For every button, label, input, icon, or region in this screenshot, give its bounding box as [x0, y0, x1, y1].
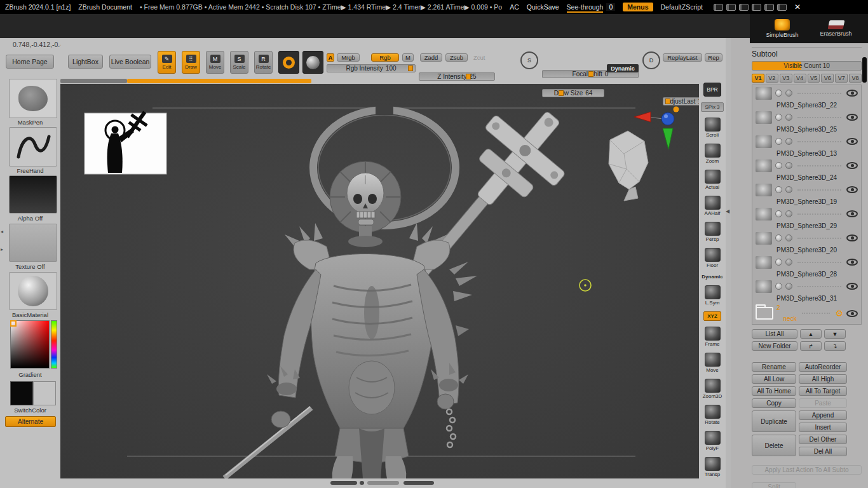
- polypaint-toggle-icon[interactable]: [775, 114, 782, 121]
- polypaint-toggle-icon[interactable]: [775, 259, 782, 266]
- uv-toggle-icon[interactable]: [785, 138, 792, 145]
- visible-count-slider[interactable]: Visible Count 10: [752, 61, 862, 71]
- sliders-icon[interactable]: [726, 4, 736, 11]
- menu-item[interactable]: [86, 14, 97, 15]
- visibility-tab[interactable]: V7: [835, 74, 848, 83]
- h-scrollbar-thumb[interactable]: [367, 481, 399, 485]
- simple-brush-item[interactable]: SimpleBrush: [766, 19, 798, 38]
- mode-button[interactable]: S Scale: [230, 51, 248, 74]
- slider-thumb[interactable]: [559, 90, 564, 96]
- panel-scrollbar[interactable]: [862, 57, 867, 83]
- alpha-slot[interactable]: [9, 175, 57, 214]
- material-thumbnail[interactable]: [9, 272, 57, 310]
- menu-item[interactable]: [25, 14, 36, 15]
- alternate-button[interactable]: Alternate: [5, 416, 56, 427]
- list-all-button[interactable]: List All: [752, 329, 797, 339]
- stroke-circle-icon[interactable]: S: [520, 51, 538, 69]
- shelf-tool[interactable]: Zoom: [705, 144, 721, 164]
- visibility-tab[interactable]: V2: [766, 74, 778, 83]
- eye-icon[interactable]: [846, 90, 858, 97]
- menu-item[interactable]: [107, 14, 117, 15]
- menu-item[interactable]: [97, 14, 107, 15]
- rep-button[interactable]: Rep: [705, 53, 722, 62]
- menu-item[interactable]: [127, 14, 137, 15]
- hue-strip[interactable]: [51, 320, 57, 369]
- eye-icon[interactable]: [846, 210, 858, 217]
- append-button[interactable]: Append: [799, 410, 847, 420]
- uv-toggle-icon[interactable]: [785, 162, 792, 169]
- rename-button[interactable]: Rename: [752, 362, 796, 372]
- menu-item[interactable]: [219, 14, 229, 15]
- eye-icon[interactable]: [846, 259, 858, 266]
- slider-thumb[interactable]: [408, 65, 413, 71]
- menu-item[interactable]: [158, 14, 168, 15]
- see-through-slider[interactable]: See-through0: [567, 3, 616, 11]
- texture-slot[interactable]: [9, 224, 57, 262]
- shelf-tool[interactable]: PolyF: [705, 431, 721, 451]
- h-scrollbar-segment[interactable]: [403, 481, 434, 485]
- shelf-tool[interactable]: Floor: [705, 248, 721, 268]
- tray-scroll-indicator[interactable]: [60, 79, 127, 83]
- insert-button[interactable]: Insert: [799, 423, 847, 432]
- close-icon[interactable]: ✕: [794, 3, 801, 11]
- all-low-button[interactable]: All Low: [752, 374, 796, 384]
- uv-toggle-icon[interactable]: [785, 90, 792, 97]
- menus-button[interactable]: Menus: [623, 3, 653, 11]
- subtool-folder-row[interactable]: 2 neck ⚙: [752, 302, 861, 324]
- shelf-tool[interactable]: SPix 3: [701, 102, 724, 112]
- dots-circle-icon[interactable]: D: [642, 51, 660, 69]
- default-zscript-button[interactable]: DefaultZScript: [661, 3, 703, 11]
- color-sv-picker[interactable]: [10, 320, 50, 369]
- shelf-tool[interactable]: AAHalf: [705, 196, 721, 216]
- subtool-item[interactable]: PM3D_Sphere3D_22: [752, 101, 861, 125]
- shelf-tool[interactable]: Scroll: [705, 118, 721, 138]
- subtool-item[interactable]: PM3D_Sphere3D_25: [752, 125, 861, 149]
- uv-toggle-icon[interactable]: [785, 186, 792, 193]
- document-canvas[interactable]: [60, 84, 699, 478]
- auto-reorder-button[interactable]: AutoReorder: [799, 362, 847, 372]
- uv-toggle-icon[interactable]: [785, 234, 792, 241]
- menu-item[interactable]: [168, 14, 178, 15]
- polypaint-toggle-icon[interactable]: [775, 162, 782, 169]
- menu-item[interactable]: [178, 14, 188, 15]
- slider-thumb[interactable]: [466, 74, 471, 79]
- menu-item[interactable]: [188, 14, 198, 15]
- eye-icon[interactable]: [846, 138, 858, 145]
- slider-thumb[interactable]: [665, 98, 670, 104]
- draw-size-slider[interactable]: Draw Size64: [542, 89, 604, 97]
- all-to-target-button[interactable]: All To Target: [799, 386, 847, 396]
- panel-collapse-icon[interactable]: ◀: [726, 208, 729, 214]
- uv-toggle-icon[interactable]: [785, 114, 792, 121]
- shelf-tool[interactable]: Dynamic: [702, 274, 722, 280]
- slider-thumb[interactable]: [588, 71, 593, 77]
- layout-icon[interactable]: [714, 4, 723, 11]
- subtool-item[interactable]: PM3D_Sphere3D_20: [752, 246, 861, 270]
- duplicate-button[interactable]: Duplicate: [752, 410, 796, 432]
- move-down-icon[interactable]: ▼: [824, 329, 846, 339]
- shelf-tool[interactable]: L.Sym: [705, 285, 721, 306]
- palette-icon[interactable]: [739, 4, 749, 11]
- move-into-folder-icon[interactable]: ↴: [824, 341, 846, 351]
- main-color-swatch[interactable]: [10, 381, 33, 405]
- menu-item[interactable]: [117, 14, 127, 15]
- current-brush-thumbnail[interactable]: [9, 79, 57, 118]
- mode-button[interactable]: R Rotate: [254, 51, 273, 74]
- move-up-icon[interactable]: ▲: [800, 329, 822, 339]
- visibility-tab[interactable]: V8: [849, 74, 862, 83]
- visibility-tab[interactable]: V3: [780, 74, 792, 83]
- a-chip[interactable]: A: [327, 53, 334, 62]
- eraser-brush-item[interactable]: EraserBrush: [820, 20, 852, 37]
- lightbox-button[interactable]: LightBox: [68, 55, 103, 69]
- mode-button[interactable]: M Move: [206, 51, 224, 74]
- h-scrollbar-segment[interactable]: [330, 481, 357, 485]
- eye-icon[interactable]: [846, 186, 858, 193]
- shelf-tool[interactable]: Transp: [705, 457, 721, 477]
- eye-icon[interactable]: [846, 162, 858, 169]
- zsub-button[interactable]: Zsub: [445, 53, 468, 62]
- shelf-tool[interactable]: Move: [705, 353, 721, 373]
- replay-last-button[interactable]: ReplayLast: [663, 53, 702, 62]
- all-to-home-button[interactable]: All To Home: [752, 386, 796, 396]
- home-page-button[interactable]: Home Page: [6, 55, 54, 69]
- rgb-intensity-slider[interactable]: Rgb Intensity100: [327, 64, 416, 72]
- del-other-button[interactable]: Del Other: [799, 435, 847, 444]
